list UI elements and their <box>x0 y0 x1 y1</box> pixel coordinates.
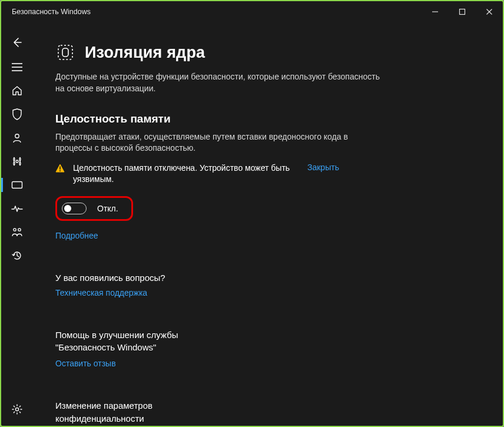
feedback-title: Помощь в улучшении службы "Безопасность … <box>55 329 220 353</box>
feedback-block: Помощь в улучшении службы "Безопасность … <box>55 329 479 369</box>
nav-history[interactable] <box>1 244 33 267</box>
svg-point-7 <box>15 134 19 138</box>
core-isolation-icon <box>55 42 75 62</box>
memory-integrity-title: Целостность памяти <box>55 112 479 125</box>
device-icon <box>11 181 23 189</box>
nav-virus[interactable] <box>1 102 33 126</box>
page-description: Доступные на устройстве функции безопасн… <box>55 71 385 95</box>
svg-rect-1 <box>460 9 465 15</box>
warning-icon <box>55 164 65 174</box>
page-title: Изоляция ядра <box>85 44 205 62</box>
back-arrow-icon <box>11 37 23 48</box>
warning-text: Целостность памяти отключена. Устройство… <box>73 163 297 186</box>
minimize-icon <box>432 8 439 15</box>
toggle-state-label: Откл. <box>97 204 118 213</box>
close-icon <box>486 8 493 15</box>
privacy-title: Изменение параметров конфиденциальности <box>55 399 208 425</box>
window-frame: Безопасность Windows <box>0 0 504 427</box>
firewall-icon <box>11 157 23 166</box>
memory-integrity-toggle-highlight: Откл. <box>55 196 133 221</box>
feedback-link[interactable]: Оставить отзыв <box>55 359 116 368</box>
maximize-icon <box>459 8 466 15</box>
support-link[interactable]: Техническая поддержка <box>55 288 147 297</box>
account-icon <box>12 133 22 143</box>
back-button[interactable] <box>1 29 33 55</box>
hamburger-icon <box>12 63 22 71</box>
family-icon <box>11 227 23 237</box>
nav-device-security[interactable] <box>1 173 33 197</box>
nav-rail <box>1 29 33 426</box>
nav-settings[interactable] <box>1 398 33 421</box>
home-icon <box>12 85 22 96</box>
title-bar: Безопасность Windows <box>1 1 503 22</box>
svg-point-11 <box>18 229 21 231</box>
minimize-button[interactable] <box>422 1 449 22</box>
privacy-block: Изменение параметров конфиденциальности <box>55 399 479 425</box>
nav-firewall[interactable] <box>1 150 33 173</box>
maximize-button[interactable] <box>449 1 476 22</box>
memory-integrity-toggle[interactable] <box>62 203 87 214</box>
nav-account[interactable] <box>1 126 33 150</box>
questions-title: У вас появились вопросы? <box>55 273 479 283</box>
page-content: Изоляция ядра Доступные на устройстве фу… <box>55 42 479 426</box>
svg-point-8 <box>16 160 18 163</box>
close-button[interactable] <box>476 1 503 22</box>
svg-point-10 <box>14 229 16 231</box>
svg-point-16 <box>59 170 61 171</box>
gear-icon <box>12 404 22 415</box>
nav-home[interactable] <box>1 79 33 102</box>
history-icon <box>12 250 22 261</box>
warning-dismiss-link[interactable]: Закрыть <box>307 163 339 172</box>
window-title: Безопасность Windows <box>12 8 422 16</box>
shield-icon <box>12 108 22 120</box>
svg-rect-14 <box>62 48 68 57</box>
nav-performance[interactable] <box>1 197 33 220</box>
nav-family[interactable] <box>1 220 33 244</box>
nav-menu[interactable] <box>1 55 33 79</box>
learn-more-link[interactable]: Подробнее <box>55 231 98 240</box>
page-header: Изоляция ядра <box>55 42 479 62</box>
svg-rect-9 <box>12 182 22 188</box>
warning-row: Целостность памяти отключена. Устройство… <box>55 163 409 186</box>
svg-point-12 <box>15 408 18 411</box>
questions-block: У вас появились вопросы? Техническая под… <box>55 273 479 298</box>
heart-rate-icon <box>11 204 23 213</box>
memory-integrity-desc: Предотвращает атаки, осуществляемые путе… <box>55 131 385 154</box>
svg-rect-13 <box>58 45 72 59</box>
